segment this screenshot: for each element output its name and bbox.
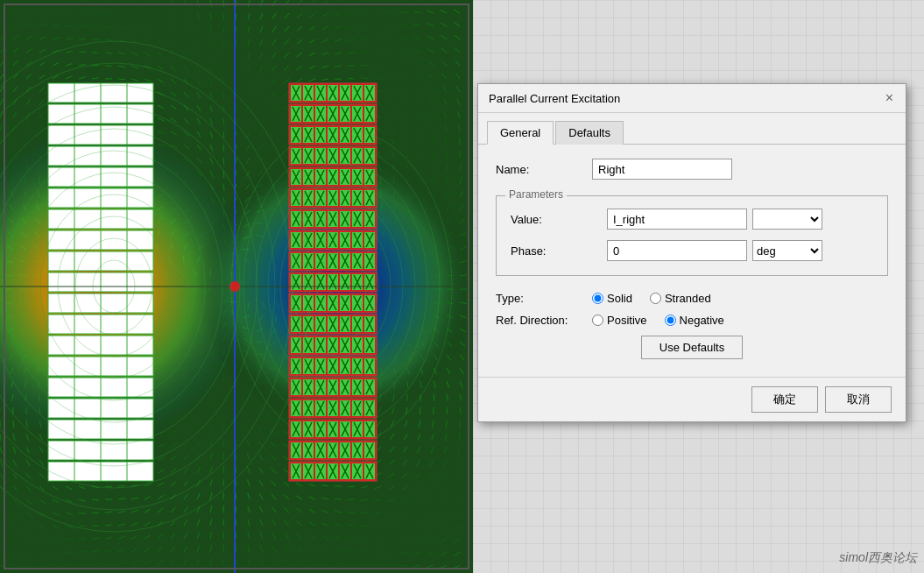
value-input[interactable] — [607, 209, 747, 230]
ref-direction-radio-group: Positive Negative — [592, 314, 724, 327]
ref-positive-radio[interactable] — [592, 315, 603, 326]
parameters-group: Parameters Value: A mA Phase: deg rad — [496, 195, 888, 276]
use-defaults-row: Use Defaults — [496, 336, 888, 359]
dialog-parallel-current-excitation: Parallel Current Excitation × General De… — [477, 83, 906, 422]
name-input[interactable] — [592, 159, 732, 180]
type-solid-label: Solid — [607, 292, 632, 305]
simulation-canvas — [0, 0, 473, 573]
ref-positive-option[interactable]: Positive — [592, 314, 647, 327]
dialog-close-button[interactable]: × — [884, 91, 895, 105]
tab-defaults[interactable]: Defaults — [555, 121, 624, 145]
type-radio-group: Solid Stranded — [592, 292, 711, 305]
tab-general[interactable]: General — [487, 121, 554, 145]
phase-label: Phase: — [511, 244, 607, 258]
ref-direction-label: Ref. Direction: — [496, 314, 592, 327]
name-row: Name: — [496, 159, 888, 180]
watermark: simol西奥论坛 — [839, 550, 917, 566]
phase-row: Phase: deg rad — [511, 240, 873, 261]
params-legend: Parameters — [505, 188, 567, 201]
value-unit-select[interactable]: A mA — [752, 209, 822, 230]
ref-negative-option[interactable]: Negative — [665, 314, 724, 327]
tab-bar: General Defaults — [478, 113, 906, 145]
type-stranded-option[interactable]: Stranded — [650, 292, 711, 305]
ref-negative-label: Negative — [680, 314, 724, 327]
name-label: Name: — [496, 163, 592, 176]
ref-positive-label: Positive — [607, 314, 647, 327]
type-solid-option[interactable]: Solid — [592, 292, 632, 305]
phase-input[interactable] — [607, 240, 747, 261]
dialog-body: Name: Parameters Value: A mA Phase: — [478, 145, 906, 377]
value-label: Value: — [511, 213, 607, 226]
phase-unit-select[interactable]: deg rad — [752, 240, 822, 261]
type-label: Type: — [496, 292, 592, 305]
dialog-footer: 确定 取消 — [478, 377, 906, 421]
cancel-button[interactable]: 取消 — [825, 386, 892, 413]
ref-direction-row: Ref. Direction: Positive Negative — [496, 314, 888, 327]
type-stranded-label: Stranded — [665, 292, 711, 305]
type-row: Type: Solid Stranded — [496, 292, 888, 305]
simulation-canvas-area — [0, 0, 473, 573]
ref-negative-radio[interactable] — [665, 315, 676, 326]
value-row: Value: A mA — [511, 209, 873, 230]
dialog-title: Parallel Current Excitation — [489, 92, 620, 105]
ok-button[interactable]: 确定 — [751, 386, 818, 413]
dialog-titlebar: Parallel Current Excitation × — [478, 84, 906, 113]
type-solid-radio[interactable] — [592, 293, 603, 304]
use-defaults-button[interactable]: Use Defaults — [641, 336, 743, 359]
type-stranded-radio[interactable] — [650, 293, 661, 304]
